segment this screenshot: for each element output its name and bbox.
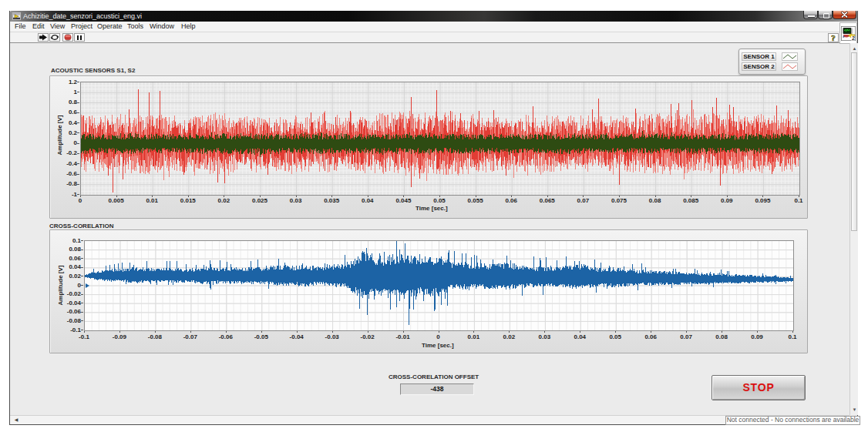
svg-text:?: ? — [831, 34, 836, 42]
svg-text:2: 2 — [852, 35, 855, 41]
